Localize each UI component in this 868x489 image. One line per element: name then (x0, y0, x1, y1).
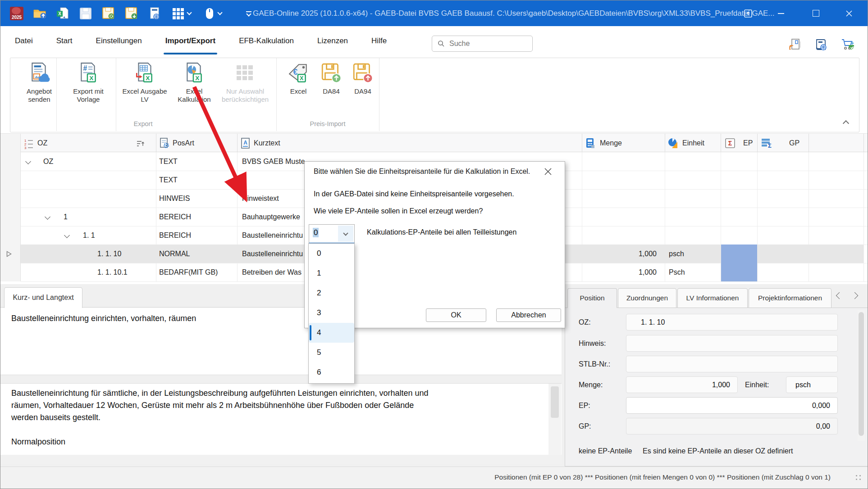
angebot-senden-button[interactable]: Angebot senden (18, 60, 61, 104)
svg-text:X: X (58, 11, 61, 16)
menu-hilfe[interactable]: Hilfe (360, 26, 398, 56)
shop-icon[interactable] (841, 38, 855, 51)
einheit-column-icon (667, 138, 679, 149)
menge-field[interactable]: 1,000 (626, 376, 738, 393)
mouse-options-icon[interactable] (201, 6, 225, 21)
search-input[interactable] (432, 36, 533, 52)
combobox-dropdown-button[interactable] (338, 226, 353, 242)
column-header-einheit[interactable]: Einheit (682, 134, 704, 153)
tab-zuordnungen[interactable]: Zuordnungen (618, 288, 676, 308)
posart-column-icon (159, 138, 170, 149)
nur-auswahl-button[interactable]: Nur Auswahl berücksichtigen (218, 60, 273, 104)
excel-preis-import-button[interactable]: €X Excel (281, 60, 316, 95)
tab-kurz-und-langtext[interactable]: Kurz- und Langtext (4, 287, 82, 308)
handbook-icon[interactable] (814, 38, 828, 51)
dock-window-button[interactable] (738, 0, 758, 26)
app-logo-icon[interactable]: 2025 (9, 6, 24, 21)
export-document-icon[interactable] (147, 6, 162, 21)
minimize-button[interactable] (771, 0, 791, 26)
open-file-icon[interactable] (32, 6, 47, 21)
dialog-close-icon[interactable] (544, 168, 552, 176)
longtext-hscrollbar[interactable] (0, 455, 562, 464)
oz-field[interactable]: 1. 1. 10 (626, 314, 838, 331)
tab-projektinformationen[interactable]: Projektinformationen (749, 288, 831, 308)
ep-field[interactable]: 0,000 (626, 397, 838, 414)
excel-export-lv-icon: X (133, 60, 156, 86)
titlebar: 2025 X (0, 0, 868, 26)
dropdown-option-3[interactable]: 3 (309, 303, 354, 323)
ok-button[interactable]: OK (426, 308, 486, 322)
chevron-down-icon[interactable] (25, 158, 31, 164)
ep-anteile-combobox[interactable]: 0 (309, 224, 355, 244)
resize-grip[interactable] (856, 475, 862, 481)
stlb-field[interactable] (626, 356, 838, 372)
ep-cell-highlight[interactable] (721, 244, 757, 263)
news-icon[interactable] (788, 38, 802, 51)
svg-text:Σ: Σ (768, 142, 772, 149)
chevron-down-icon[interactable] (45, 214, 50, 220)
save-download-icon[interactable] (124, 6, 139, 21)
longtext-scrollbar[interactable] (548, 384, 561, 455)
cancel-button[interactable]: Abbrechen (496, 308, 561, 322)
sort-icon[interactable] (136, 140, 145, 148)
dropdown-option-1[interactable]: 1 (309, 263, 354, 283)
dropdown-option-2[interactable]: 2 (309, 283, 354, 303)
column-header-ep[interactable]: EP (743, 134, 753, 153)
column-header-menge[interactable]: Menge (600, 134, 622, 153)
excel-ausgabe-lv-button[interactable]: X Excel Ausgabe LV (119, 60, 171, 104)
svg-text:X: X (300, 75, 304, 82)
column-header-oz[interactable]: OZ (37, 134, 47, 153)
ep-cell-highlight[interactable] (721, 263, 757, 281)
svg-text:A: A (243, 140, 247, 146)
dropdown-option-6[interactable]: 6 (309, 362, 354, 382)
panel-divider[interactable] (0, 375, 562, 384)
chevron-down-icon[interactable] (64, 232, 70, 238)
chevron-down-icon (217, 10, 222, 15)
dropdown-option-5[interactable]: 5 (309, 343, 354, 362)
position-panel-scrollbar[interactable] (858, 310, 865, 441)
floppy-red-icon (352, 60, 374, 86)
save-icon[interactable] (78, 6, 93, 21)
save-template-icon[interactable] (101, 6, 116, 21)
menge-column-icon (585, 138, 596, 149)
dialog-title: Bitte wählen Sie die Einheitspreisanteil… (314, 168, 530, 176)
menu-datei[interactable]: Datei (3, 26, 45, 56)
tabs-scroll-right-icon[interactable] (851, 292, 859, 299)
ribbon-collapse-button[interactable] (838, 115, 854, 129)
menge-field-label: Menge: (579, 376, 603, 393)
tabs-scroll-left-icon[interactable] (836, 292, 843, 299)
gp-field[interactable]: 0,00 (626, 418, 838, 435)
menu-import-export[interactable]: Import/Export (154, 26, 227, 56)
tab-lv-informationen[interactable]: LV Informationen (677, 288, 748, 308)
menu-start[interactable]: Start (45, 26, 84, 56)
column-header-posart[interactable]: PosArt (173, 134, 194, 153)
app-window: 2025 X (0, 0, 868, 489)
menu-lizenzen[interactable]: Lizenzen (306, 26, 360, 56)
excel-kalkulation-button[interactable]: X Excel Kalkulation (173, 60, 216, 104)
position-type-text: Normalposition (11, 436, 437, 448)
menu-einstellungen[interactable]: Einstellungen (84, 26, 154, 56)
short-text: Baustelleneinrichtung einrichten, vorhal… (11, 314, 196, 323)
da84-import-button[interactable]: DA84 (317, 60, 346, 95)
tab-position[interactable]: Position (567, 288, 617, 308)
ribbon-group-export: Export (10, 120, 276, 129)
column-header-gp[interactable]: GP (789, 134, 799, 153)
menu-efb-kalkulation[interactable]: EFB-Kalkulation (227, 26, 306, 56)
einheit-field[interactable]: psch (786, 376, 838, 393)
dropdown-option-0[interactable]: 0 (309, 244, 354, 263)
column-header-kurztext[interactable]: Kurztext (254, 134, 280, 153)
maximize-button[interactable] (805, 0, 826, 26)
export-mit-vorlage-button[interactable]: #X Export mit Vorlage (64, 60, 112, 104)
dropdown-option-4[interactable]: 4 (309, 323, 354, 343)
close-window-button[interactable] (839, 0, 859, 26)
hinweis-field-label: Hinweis: (579, 335, 606, 352)
statusbar: Positionen (mit EP 0 von 28) *** Positio… (0, 466, 868, 489)
ep-field-label: EP: (579, 397, 590, 414)
grid-header-gutter (0, 134, 21, 153)
excel-import-icon[interactable]: X (55, 6, 70, 21)
grid-menu-icon[interactable] (170, 6, 193, 21)
longtext-panel[interactable]: Baustelleneinrichtung für sämtliche, in … (0, 384, 562, 455)
hinweis-field[interactable] (626, 335, 838, 352)
chevron-down-icon (187, 10, 192, 15)
da94-import-button[interactable]: DA94 (348, 60, 377, 95)
